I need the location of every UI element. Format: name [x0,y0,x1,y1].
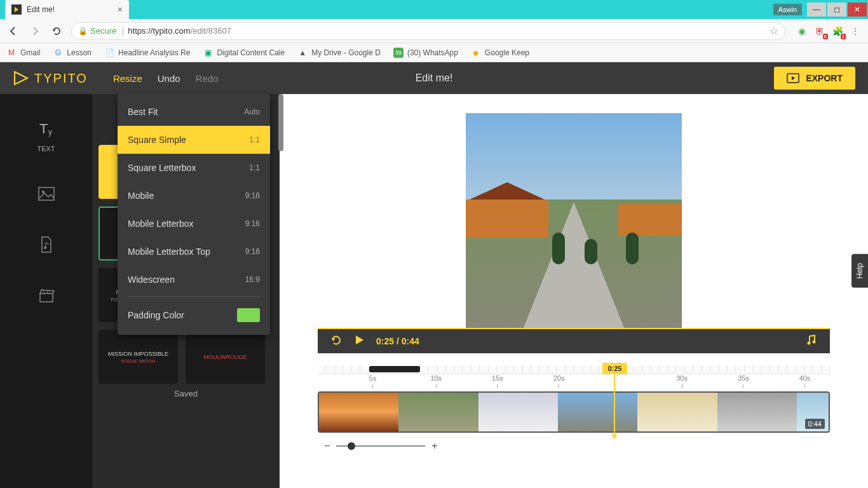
duration-badge: 0:44 [805,419,825,429]
timeline: 0:25 5s10s15s20s30s35s40s 0:44 − + [318,366,830,452]
extension-puzzle-icon[interactable]: 🧩2 [831,25,844,37]
time-ruler[interactable]: 0:25 5s10s15s20s30s35s40s [318,374,830,391]
forward-icon[interactable] [28,24,42,38]
zoom-slider[interactable] [336,445,425,447]
app-header: TYPITO Resize Undo Redo Edit me! EXPORT [0,62,868,94]
templates-panel: COLOUBOUTIN●MACHU PICCHUFOLLOW THE INCA … [92,94,280,488]
svg-point-14 [808,342,811,345]
resize-menu[interactable]: Resize [113,73,142,84]
svg-marker-13 [356,336,363,344]
resize-option[interactable]: Mobile Letterbox9:16 [118,210,270,238]
minimize-button[interactable]: — [807,3,826,17]
preview-area: 0:25 / 0:44 0:25 5s10s15s20s30s35s40s [280,94,868,488]
window-titlebar: Edit me! × Aswin — ◻ ✕ [0,0,868,19]
browser-tab[interactable]: Edit me! × [5,0,129,19]
template-item[interactable]: MISSION IMPOSSIBLEROGUE NATION [98,330,178,384]
bookmark-drive[interactable]: ▲My Drive - Google D [297,48,381,58]
star-icon[interactable]: ☆ [770,25,778,37]
help-tab[interactable]: Help [851,254,868,288]
svg-marker-4 [792,76,795,80]
svg-marker-0 [15,7,18,12]
zoom-out-button[interactable]: − [324,440,330,452]
url-host: https://typito.com [128,26,190,36]
url-path: /edit/83607 [191,26,231,36]
document-title[interactable]: Edit me! [416,72,453,84]
zoom-in-button[interactable]: + [431,440,437,452]
sidebar-text[interactable]: Ty TEXT [37,119,56,152]
reload-icon[interactable] [50,24,64,38]
zoom-control: − + [318,440,830,452]
text-icon: Ty [37,119,56,139]
svg-point-8 [42,191,44,193]
tab-close-icon[interactable]: × [118,4,123,15]
close-button[interactable]: ✕ [848,3,867,17]
saved-label: Saved [98,389,273,398]
tab-favicon-icon [11,4,22,15]
bookmarks-bar: MGmail GLesson 📄Headline Analysis Re ▣Di… [0,43,868,62]
sidebar-video[interactable] [37,286,56,305]
image-icon [37,184,56,203]
resize-option[interactable]: Square Letterbox1:1 [118,154,270,182]
restart-button[interactable] [330,334,342,348]
audio-file-icon [37,235,56,254]
svg-rect-7 [39,187,54,200]
padding-color-option[interactable]: Padding Color [118,299,270,331]
video-preview[interactable] [466,113,682,329]
undo-menu[interactable]: Undo [158,73,180,84]
svg-text:y: y [48,128,52,137]
clip[interactable] [478,393,558,431]
logo[interactable]: TYPITO [13,70,88,86]
back-icon[interactable] [6,24,20,38]
sidebar-image[interactable] [37,184,56,203]
sidebar-audio[interactable] [37,235,56,254]
svg-point-15 [813,341,816,344]
svg-point-9 [44,247,46,249]
bookmark-lesson[interactable]: GLesson [53,48,92,58]
user-badge[interactable]: Aswin [773,4,802,15]
export-play-icon [787,72,799,85]
clips-track[interactable]: 0:44 [318,391,830,433]
address-bar: 🔒 Secure | https://typito.com/edit/83607… [0,19,868,43]
playhead[interactable]: 0:25 [602,363,627,439]
tab-title: Edit me! [27,5,118,14]
maximize-button[interactable]: ◻ [827,3,846,17]
play-button[interactable] [353,334,365,348]
logo-icon [13,70,29,86]
redo-menu[interactable]: Redo [196,73,219,84]
bookmark-headline[interactable]: 📄Headline Analysis Re [104,48,190,58]
svg-marker-2 [15,72,27,85]
ruler-segments [318,366,830,374]
lock-icon: 🔒 [78,27,88,36]
bookmark-whatsapp[interactable]: 39(30) WhatsApp [393,48,458,58]
time-display: 0:25 / 0:44 [376,336,419,346]
url-input[interactable]: 🔒 Secure | https://typito.com/edit/83607… [71,22,785,40]
clip[interactable] [637,393,717,431]
extension-icon[interactable]: ◉ [796,25,808,37]
clip[interactable] [398,393,478,431]
resize-option[interactable]: Square Simple1:1 [118,126,270,154]
clapper-icon [37,286,56,305]
svg-text:T: T [39,121,48,137]
player-controls: 0:25 / 0:44 [318,328,830,353]
menu-dots-icon[interactable]: ⋮ [849,25,862,37]
resize-option[interactable]: Widescreen16:9 [118,266,270,294]
resize-option[interactable]: Best FitAuto [118,98,270,126]
text-clip-bar[interactable] [369,366,421,372]
resize-option[interactable]: Mobile Letterbox Top9:16 [118,238,270,266]
music-icon[interactable] [806,334,817,348]
extension-shield-icon[interactable]: ⛨6 [813,25,826,37]
scrollbar[interactable] [278,94,283,151]
resize-dropdown: Best FitAutoSquare Simple1:1Square Lette… [118,94,270,335]
export-button[interactable]: EXPORT [774,67,855,90]
clip[interactable] [717,393,797,431]
resize-option[interactable]: Mobile9:16 [118,182,270,210]
secure-label: Secure [90,26,116,36]
sidebar: Ty TEXT [0,94,92,488]
bookmark-digital[interactable]: ▣Digital Content Cale [203,48,285,58]
bookmark-keep[interactable]: ◆Google Keep [471,48,529,58]
bookmark-gmail[interactable]: MGmail [6,48,40,58]
template-item[interactable]: MOULINROUGE [186,330,265,384]
clip[interactable] [319,393,398,431]
